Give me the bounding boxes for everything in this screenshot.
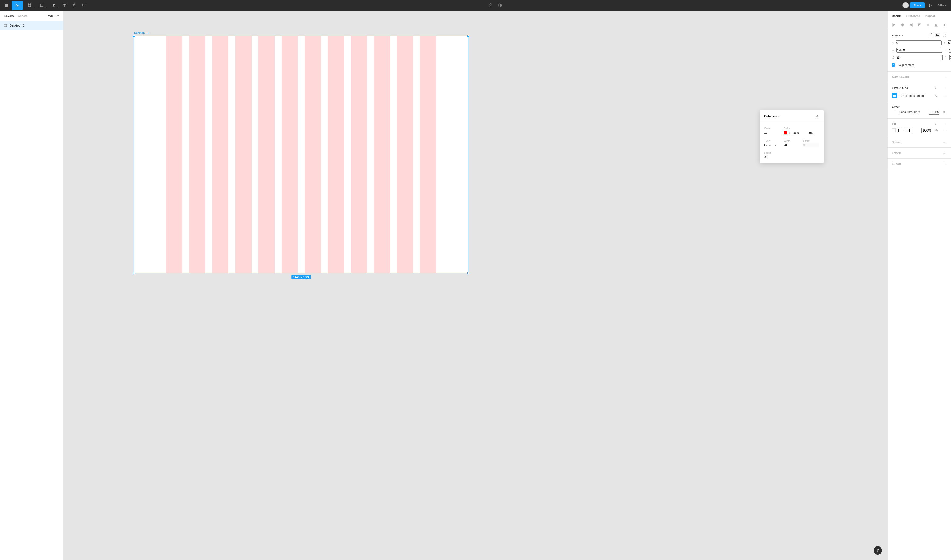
help-button[interactable]: ?: [874, 546, 882, 555]
fill-styles-button[interactable]: [934, 121, 939, 126]
svg-rect-38: [936, 24, 936, 26]
tab-design[interactable]: Design: [892, 14, 902, 17]
selection-handle[interactable]: [133, 35, 135, 37]
landscape-button[interactable]: [935, 32, 940, 37]
fill-visibility-button[interactable]: [934, 128, 939, 133]
toggle-grid-visibility-button[interactable]: [934, 93, 939, 98]
count-input[interactable]: [764, 131, 780, 134]
share-button[interactable]: Share: [910, 2, 925, 8]
radius-input[interactable]: [949, 55, 951, 60]
portrait-button[interactable]: [929, 32, 934, 37]
shape-tool-button[interactable]: [36, 1, 47, 9]
frame-tool-button[interactable]: [24, 1, 35, 9]
align-hcenter-icon[interactable]: [900, 23, 905, 27]
frame-desktop-1[interactable]: 1440 × 1024: [134, 35, 469, 273]
hand-tool-button[interactable]: [70, 1, 79, 9]
svg-point-57: [937, 125, 937, 125]
svg-point-55: [937, 123, 937, 123]
add-grid-button[interactable]: +: [942, 85, 947, 91]
text-tool-button[interactable]: [60, 1, 69, 9]
align-top-icon[interactable]: [917, 23, 921, 27]
grid-type-icon[interactable]: [892, 93, 897, 98]
svg-rect-42: [944, 24, 945, 26]
selection-handle[interactable]: [467, 35, 469, 37]
tab-inspect[interactable]: Inspect: [925, 14, 935, 17]
right-panel: Design Prototype Inspect Frame: [887, 11, 951, 560]
color-swatch[interactable]: [784, 131, 787, 135]
close-button[interactable]: [814, 114, 819, 119]
component-button[interactable]: [486, 1, 495, 9]
present-button[interactable]: [926, 1, 934, 9]
resize-to-fit-button[interactable]: [942, 32, 947, 38]
remove-grid-button[interactable]: −: [942, 93, 947, 98]
w-input[interactable]: [896, 48, 942, 53]
layer-opacity-input[interactable]: [929, 109, 939, 115]
zoom-select[interactable]: 88%: [936, 4, 949, 7]
tab-layers[interactable]: Layers: [4, 14, 14, 17]
gutter-label: Gutter: [764, 151, 780, 154]
y-input[interactable]: [948, 40, 951, 45]
color-opacity-input[interactable]: [804, 131, 813, 134]
h-input[interactable]: [949, 48, 951, 53]
distribute-icon[interactable]: [943, 23, 947, 27]
mask-button[interactable]: [496, 1, 504, 9]
align-vcenter-icon[interactable]: [926, 23, 930, 27]
add-export-button[interactable]: +: [942, 161, 947, 166]
gutter-input[interactable]: [764, 155, 780, 158]
svg-rect-14: [490, 6, 491, 7]
layer-section-title: Layer: [892, 105, 900, 108]
add-stroke-button[interactable]: +: [942, 140, 947, 145]
tab-assets[interactable]: Assets: [18, 14, 27, 17]
clip-content-label: Clip content: [899, 63, 914, 66]
fill-opacity-input[interactable]: [921, 128, 932, 133]
add-auto-layout-button[interactable]: +: [942, 74, 947, 80]
chevron-down-icon: [33, 8, 34, 8]
x-input[interactable]: [896, 40, 942, 45]
avatar[interactable]: [902, 2, 909, 8]
blend-mode-icon: [892, 109, 897, 115]
svg-point-8: [53, 5, 54, 6]
svg-rect-35: [927, 24, 927, 26]
fill-swatch[interactable]: [892, 128, 896, 132]
svg-point-48: [937, 88, 937, 89]
remove-fill-button[interactable]: −: [942, 128, 947, 133]
popover-title[interactable]: Columns: [764, 115, 780, 118]
selection-handle[interactable]: [133, 272, 135, 274]
svg-rect-33: [919, 24, 920, 25]
layer-visibility-button[interactable]: [942, 109, 947, 115]
move-tool-button[interactable]: [12, 1, 23, 9]
comment-tool-button[interactable]: [80, 1, 88, 9]
width-input[interactable]: [784, 143, 800, 147]
menu-button[interactable]: [2, 1, 11, 9]
fill-hex-input[interactable]: [898, 128, 911, 133]
blend-mode-select[interactable]: Pass Through: [899, 110, 920, 114]
svg-rect-32: [919, 24, 919, 26]
selection-handle[interactable]: [467, 272, 469, 274]
svg-rect-43: [931, 34, 932, 36]
frame-type-select[interactable]: Frame: [892, 34, 903, 37]
tab-prototype[interactable]: Prototype: [906, 14, 920, 17]
add-fill-button[interactable]: +: [942, 121, 947, 126]
clip-content-checkbox[interactable]: ✓: [892, 63, 895, 66]
layer-label: Desktop - 1: [9, 24, 25, 27]
align-row: [888, 21, 951, 29]
canvas[interactable]: Desktop - 1 1440 × 1024 Columns: [64, 11, 887, 560]
count-label: Count: [764, 127, 780, 130]
grid-styles-button[interactable]: [934, 85, 939, 91]
add-effect-button[interactable]: +: [942, 150, 947, 155]
rotation-input[interactable]: [897, 55, 943, 60]
svg-rect-49: [893, 95, 894, 97]
effects-title: Effects: [892, 151, 902, 155]
chevron-down-icon: [57, 8, 59, 8]
grid-item-label[interactable]: 12 Columns (70px): [899, 94, 924, 97]
layer-row[interactable]: Desktop - 1: [0, 21, 63, 30]
align-left-icon[interactable]: [892, 23, 896, 27]
auto-layout-title: Auto Layout: [892, 75, 909, 78]
page-selector[interactable]: Page 1: [47, 14, 59, 17]
align-right-icon[interactable]: [909, 23, 913, 27]
type-select[interactable]: Center: [764, 143, 780, 147]
pen-tool-button[interactable]: [48, 1, 59, 9]
frame-label[interactable]: Desktop - 1: [134, 31, 149, 34]
align-bottom-icon[interactable]: [934, 23, 938, 27]
color-hex-input[interactable]: [789, 131, 802, 134]
